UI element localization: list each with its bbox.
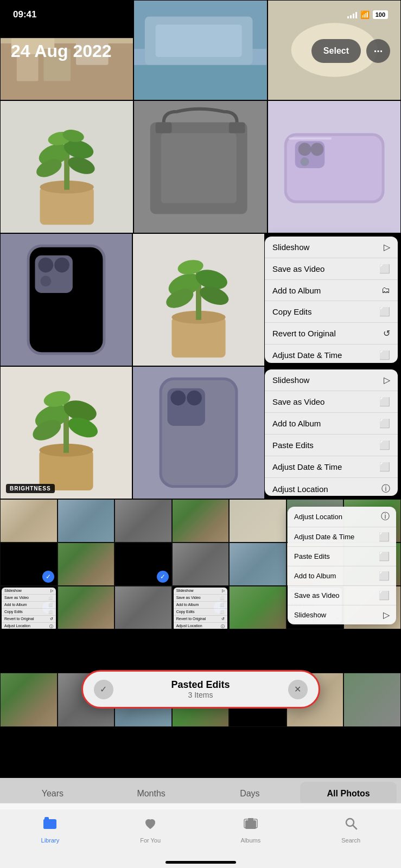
tab-for-you[interactable]: For You xyxy=(100,816,201,844)
tab-search[interactable]: Search xyxy=(301,816,401,844)
svg-rect-74 xyxy=(248,818,253,820)
svg-point-42 xyxy=(38,258,53,273)
ctx-item-adjust-date-1[interactable]: Adjust Date & Time ⬜ xyxy=(265,344,398,363)
thumb-17[interactable] xyxy=(114,586,172,629)
context-menu-2: Slideshow ▷ Save as Video ⬜ Add to Album… xyxy=(265,369,398,496)
thumb-5[interactable] xyxy=(229,499,287,542)
status-time: 09:41 xyxy=(13,9,36,20)
save-video-icon-1: ⬜ xyxy=(379,264,390,274)
ctx-item-paste-edits[interactable]: Paste Edits ⬜ xyxy=(265,435,398,456)
thumb-1[interactable] xyxy=(0,499,58,542)
ctx3-item-location[interactable]: Adjust Location ⓘ xyxy=(288,507,396,527)
ctx3-item-add-album[interactable]: Add to Album ⬜ xyxy=(288,566,396,586)
photo-phone-back[interactable] xyxy=(0,233,132,366)
thumb-18[interactable]: ✓ Slideshow ▷ Save as Video ⬜ Add to Alb… xyxy=(172,586,230,629)
thumb-15[interactable]: ✓ Slideshow ▷ Save as Video ⬜ Add to Alb… xyxy=(0,586,58,629)
context-menu-1: Slideshow ▷ Save as Video ⬜ Add to Album… xyxy=(265,237,398,363)
status-icons: 📶 100 xyxy=(347,10,388,19)
brightness-badge: BRIGHTNESS xyxy=(6,484,55,493)
svg-rect-37 xyxy=(288,137,331,139)
header: 24 Aug 2022 Select ··· xyxy=(0,29,401,73)
photo-bag[interactable] xyxy=(133,100,267,233)
bottom-tab-bar: Library For You Albums Search xyxy=(0,809,401,868)
tab-for-you-label: For You xyxy=(140,837,161,844)
photo-row-4: BRIGHTNESS BRIGHTNESS Slideshow xyxy=(0,366,401,499)
photo-plant-2[interactable] xyxy=(132,233,265,366)
photo-phone-side[interactable] xyxy=(132,366,265,499)
mini-ctx-2: Slideshow ▷ Save as Video ⬜ Add to Album… xyxy=(174,588,228,629)
thumb-19[interactable] xyxy=(229,586,287,629)
date-icon-1: ⬜ xyxy=(379,350,390,360)
battery-indicator: 100 xyxy=(373,10,388,19)
ctx-item-slideshow-1[interactable]: Slideshow ▷ xyxy=(265,237,398,258)
header-buttons: Select ··· xyxy=(311,39,390,63)
ctx3-item-slideshow[interactable]: Slideshow ▷ xyxy=(288,605,396,624)
thumb-8[interactable]: ✓ xyxy=(0,542,58,586)
ctx-item-add-album-2[interactable]: Add to Album ⬜ xyxy=(265,413,398,435)
revert-icon: ↺ xyxy=(383,328,390,339)
svg-rect-27 xyxy=(161,133,237,203)
thumb-2[interactable] xyxy=(58,499,115,542)
svg-rect-28 xyxy=(156,123,172,133)
ctx-item-add-album-1[interactable]: Add to Album 🗂 xyxy=(265,280,398,301)
tab-albums-label: Albums xyxy=(241,837,261,844)
svg-rect-70 xyxy=(43,819,49,829)
photo-grid: Slideshow ▷ Save as Video ⬜ Add to Album… xyxy=(0,0,401,868)
thumb-22[interactable] xyxy=(0,673,58,727)
photo-purple-phone[interactable] xyxy=(268,100,401,233)
thumb-12[interactable] xyxy=(229,542,287,586)
tab-albums[interactable]: Albums xyxy=(201,816,301,844)
thumb-28[interactable] xyxy=(343,673,401,727)
wifi-icon: 📶 xyxy=(360,10,370,19)
copy-edits-icon: ⬜ xyxy=(379,307,390,317)
slideshow-icon-1: ▷ xyxy=(384,242,390,252)
ctx-item-slideshow-2[interactable]: Slideshow ▷ xyxy=(265,369,398,391)
header-date: 24 Aug 2022 xyxy=(11,41,112,61)
context-menu-3: Adjust Location ⓘ Adjust Date & Time ⬜ P… xyxy=(288,507,396,624)
svg-point-68 xyxy=(187,391,202,406)
ctx3-item-paste[interactable]: Paste Edits ⬜ xyxy=(288,547,396,566)
thumb-4[interactable] xyxy=(172,499,230,542)
save-video-icon-2: ⬜ xyxy=(379,397,390,407)
add-album-icon-2: ⬜ xyxy=(379,418,390,429)
svg-line-76 xyxy=(353,826,357,829)
ctx-item-adjust-location-2[interactable]: Adjust Location ⓘ xyxy=(265,478,398,496)
thumb-10[interactable]: ✓ xyxy=(114,542,172,586)
pasted-check-button[interactable]: ✓ xyxy=(94,680,113,699)
svg-rect-29 xyxy=(229,123,245,133)
svg-rect-71 xyxy=(44,817,49,820)
svg-point-36 xyxy=(300,157,309,166)
home-indicator xyxy=(166,861,236,864)
tab-all-photos[interactable]: All Photos xyxy=(300,782,397,806)
ctx-item-adjust-date-2[interactable]: Adjust Date & Time ⬜ xyxy=(265,456,398,478)
pasted-dismiss-button[interactable]: ✕ xyxy=(288,680,308,699)
ctx3-item-save-video[interactable]: Save as Video ⬜ xyxy=(288,586,396,605)
pasted-text: Pasted Edits 3 Items xyxy=(120,679,282,699)
svg-point-35 xyxy=(310,143,323,156)
select-button[interactable]: Select xyxy=(311,39,361,63)
ctx3-item-date[interactable]: Adjust Date & Time ⬜ xyxy=(288,527,396,547)
check-badge-2: ✓ xyxy=(157,571,169,583)
thumb-16[interactable] xyxy=(58,586,115,629)
more-button[interactable]: ··· xyxy=(366,39,390,63)
svg-point-67 xyxy=(170,391,186,406)
ctx-item-revert[interactable]: Revert to Original ↺ xyxy=(265,323,398,344)
tab-library[interactable]: Library xyxy=(0,816,100,844)
tab-months[interactable]: Months xyxy=(103,782,200,806)
photo-plant-1[interactable] xyxy=(0,100,133,233)
photo-plant-3[interactable]: BRIGHTNESS BRIGHTNESS xyxy=(0,366,132,499)
thumb-11[interactable] xyxy=(172,542,230,586)
tab-years[interactable]: Years xyxy=(4,782,101,806)
thumb-3[interactable] xyxy=(114,499,172,542)
check-badge-1: ✓ xyxy=(42,571,54,583)
for-you-icon xyxy=(143,816,158,835)
ctx-item-copy-edits[interactable]: Copy Edits ⬜ xyxy=(265,301,398,323)
svg-point-44 xyxy=(40,276,51,286)
thumb-9[interactable] xyxy=(58,542,115,586)
tab-days[interactable]: Days xyxy=(202,782,298,806)
ctx-item-save-video-2[interactable]: Save as Video ⬜ xyxy=(265,391,398,413)
library-icon xyxy=(42,816,58,835)
ctx-item-save-video-1[interactable]: Save as Video ⬜ xyxy=(265,258,398,280)
pasted-title: Pasted Edits xyxy=(120,679,282,691)
location-icon-2: ⓘ xyxy=(381,483,390,495)
